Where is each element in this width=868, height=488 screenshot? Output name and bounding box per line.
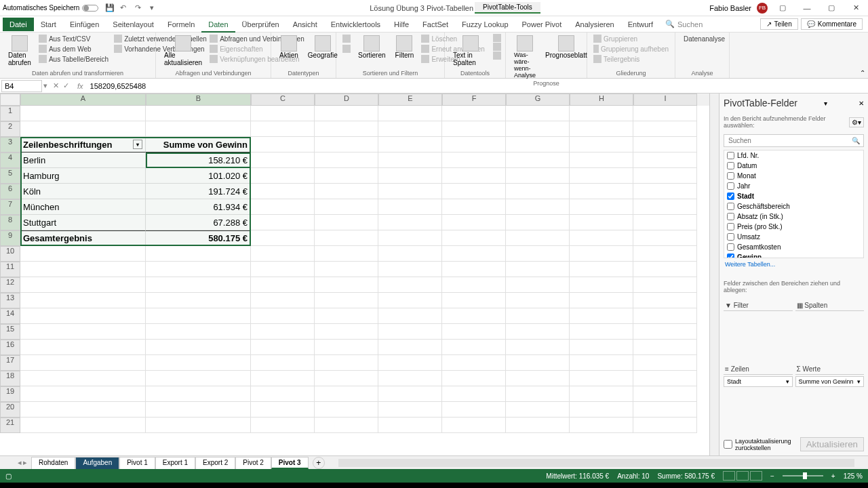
- field-checkbox[interactable]: [727, 182, 734, 190]
- cell[interactable]: [570, 215, 633, 230]
- cell[interactable]: [315, 277, 378, 293]
- field-pane-close-icon[interactable]: ✕: [859, 100, 864, 107]
- cell[interactable]: [315, 152, 378, 168]
- cell[interactable]: [146, 308, 251, 324]
- ribbon-collapse-icon[interactable]: ⌃: [860, 69, 865, 77]
- values-field-item[interactable]: Summe von Gewinn▾: [795, 376, 865, 387]
- cancel-icon[interactable]: ✕: [53, 81, 59, 90]
- field-item[interactable]: Preis (pro Stk.): [724, 222, 863, 232]
- col-header[interactable]: E: [378, 94, 442, 106]
- col-header[interactable]: F: [442, 94, 506, 106]
- cell[interactable]: [251, 386, 315, 402]
- field-item[interactable]: Stadt: [724, 191, 863, 201]
- cell[interactable]: [442, 137, 506, 152]
- cell[interactable]: [633, 152, 697, 168]
- sheet-nav-right-icon[interactable]: ▸: [23, 458, 27, 467]
- gear-icon[interactable]: ⚙▾: [849, 117, 864, 127]
- cell[interactable]: [315, 371, 378, 386]
- cell[interactable]: 61.934 €: [146, 199, 251, 215]
- row-header[interactable]: 11: [0, 262, 20, 277]
- cell[interactable]: [570, 246, 633, 262]
- row-header[interactable]: 8: [0, 215, 20, 230]
- cell[interactable]: [506, 184, 570, 199]
- field-item[interactable]: Datum: [724, 161, 863, 171]
- sheet-tab[interactable]: Export 1: [155, 457, 195, 469]
- cell[interactable]: München: [20, 199, 146, 215]
- cell[interactable]: [633, 340, 697, 355]
- sort-az-icon[interactable]: [340, 34, 353, 43]
- cell[interactable]: [251, 277, 315, 293]
- field-item[interactable]: Lfd. Nr.: [724, 150, 863, 161]
- cell[interactable]: [442, 293, 506, 308]
- cell[interactable]: [442, 199, 506, 215]
- cell[interactable]: [570, 199, 633, 215]
- field-checkbox[interactable]: [727, 253, 734, 258]
- rows-field-item[interactable]: Stadt▾: [724, 376, 793, 387]
- cell[interactable]: [251, 121, 315, 137]
- save-icon[interactable]: 💾: [105, 3, 115, 13]
- cell[interactable]: 191.724 €: [146, 184, 251, 199]
- cell[interactable]: [442, 324, 506, 340]
- cell[interactable]: [570, 277, 633, 293]
- cell[interactable]: [146, 121, 251, 137]
- cell[interactable]: [251, 184, 315, 199]
- qat-dropdown-icon[interactable]: ▾: [150, 3, 159, 13]
- tab-entwicklertools[interactable]: Entwicklertools: [324, 18, 387, 31]
- cell[interactable]: [146, 293, 251, 308]
- cell[interactable]: [442, 168, 506, 184]
- zoom-in-icon[interactable]: +: [831, 472, 835, 480]
- confirm-icon[interactable]: ✓: [63, 81, 69, 90]
- cell[interactable]: [570, 262, 633, 277]
- cell[interactable]: [570, 230, 633, 246]
- cell[interactable]: [315, 184, 378, 199]
- row-header[interactable]: 1: [0, 106, 20, 121]
- ribbon-display-icon[interactable]: ▢: [773, 1, 792, 15]
- tab-formeln[interactable]: Formeln: [161, 18, 201, 31]
- refresh-all-button[interactable]: Alle aktualisieren: [160, 34, 206, 68]
- row-header[interactable]: 3: [0, 137, 20, 152]
- col-header[interactable]: I: [633, 94, 697, 106]
- field-pane-dropdown-icon[interactable]: ▾: [824, 100, 827, 107]
- cell[interactable]: [633, 277, 697, 293]
- data-analysis-button[interactable]: Datenanalyse: [679, 34, 725, 43]
- row-header[interactable]: 2: [0, 121, 20, 137]
- row-header[interactable]: 9: [0, 230, 20, 246]
- cell[interactable]: [378, 277, 442, 293]
- defer-checkbox[interactable]: [724, 440, 732, 449]
- row-header[interactable]: 10: [0, 246, 20, 262]
- cell[interactable]: [506, 121, 570, 137]
- cell[interactable]: [20, 277, 146, 293]
- cell[interactable]: [633, 355, 697, 371]
- tab-file[interactable]: Datei: [3, 18, 34, 31]
- cell[interactable]: [251, 230, 315, 246]
- cell[interactable]: [20, 106, 146, 121]
- sheet-tab[interactable]: Pivot 3: [271, 457, 309, 469]
- sort-button[interactable]: Sortieren: [354, 34, 390, 64]
- cell[interactable]: [378, 121, 442, 137]
- cell[interactable]: [633, 293, 697, 308]
- sort-za-icon[interactable]: [340, 44, 353, 54]
- cell[interactable]: [506, 262, 570, 277]
- cell[interactable]: [570, 168, 633, 184]
- cell[interactable]: [442, 418, 506, 433]
- more-tables-link[interactable]: Weitere Tabellen...: [724, 258, 864, 270]
- cell[interactable]: [570, 324, 633, 340]
- cell[interactable]: [146, 340, 251, 355]
- sheet-tab[interactable]: Rohdaten: [31, 457, 75, 469]
- cell[interactable]: [251, 137, 315, 152]
- cell[interactable]: [506, 199, 570, 215]
- validation-icon[interactable]: [493, 52, 501, 60]
- zoom-out-icon[interactable]: −: [770, 472, 774, 480]
- cell[interactable]: [378, 308, 442, 324]
- cell[interactable]: [315, 355, 378, 371]
- search-label[interactable]: Suchen: [677, 20, 703, 28]
- cell[interactable]: Köln: [20, 184, 146, 199]
- cell[interactable]: [251, 152, 315, 168]
- field-item[interactable]: Umsatz: [724, 232, 863, 242]
- field-item[interactable]: Geschäftsbereich: [724, 201, 863, 211]
- cell[interactable]: [378, 386, 442, 402]
- tab-hilfe[interactable]: Hilfe: [387, 18, 416, 31]
- cell[interactable]: [315, 168, 378, 184]
- cell[interactable]: [251, 199, 315, 215]
- cell[interactable]: [378, 246, 442, 262]
